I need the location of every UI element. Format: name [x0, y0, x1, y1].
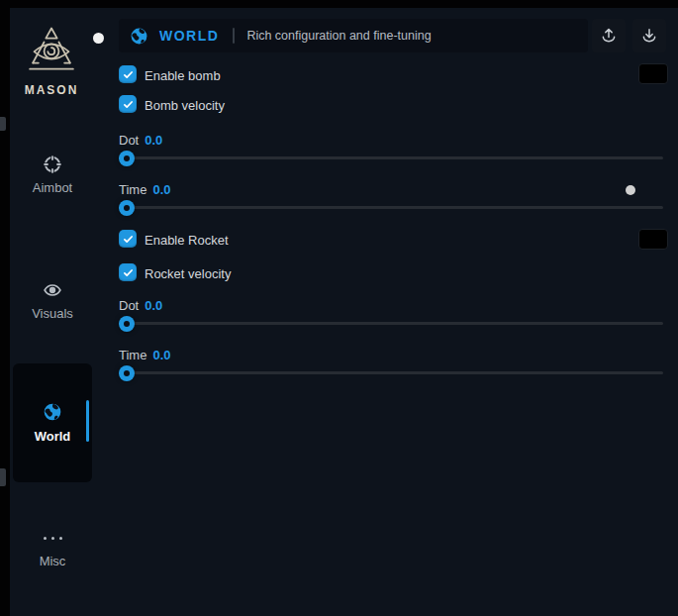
crosshair-icon — [43, 154, 62, 174]
import-config-button[interactable] — [632, 19, 666, 52]
window-frame-top — [0, 0, 678, 8]
brand-name: MASON — [8, 83, 95, 97]
check-icon — [122, 98, 135, 111]
mason-logo-icon — [24, 25, 79, 80]
checkbox-label: Rocket velocity — [145, 266, 231, 281]
checkbox-enable-bomb[interactable] — [119, 65, 137, 83]
slider-handle-time[interactable] — [119, 200, 135, 216]
check-icon — [122, 68, 135, 81]
sidebar-item-visuals[interactable]: Visuals — [12, 280, 93, 321]
slider-value: 0.0 — [152, 348, 170, 362]
slider-value: 0.0 — [152, 182, 170, 197]
slider-track-time[interactable] — [119, 371, 663, 374]
sidebar-item-world[interactable]: World — [13, 363, 92, 482]
edge-notch — [0, 117, 6, 131]
indicator-dot — [626, 185, 635, 195]
slider-label-dot: Dot0.0 — [119, 298, 162, 313]
globe-icon — [43, 402, 62, 422]
sidebar-item-label: Misc — [40, 554, 66, 568]
header-divider — [233, 28, 235, 44]
export-config-button[interactable] — [592, 19, 626, 52]
slider-track-dot[interactable] — [119, 322, 663, 325]
slider-track-dot[interactable] — [119, 156, 663, 159]
slider-label-time: Time0.0 — [119, 182, 170, 197]
download-icon — [640, 27, 658, 45]
cursor-dot — [93, 33, 104, 44]
upload-icon — [600, 27, 618, 45]
slider-handle-dot[interactable] — [119, 316, 135, 332]
ellipsis-icon — [44, 528, 62, 548]
checkbox-label: Bomb velocity — [145, 98, 225, 113]
globe-icon — [130, 27, 148, 46]
eye-icon — [43, 280, 62, 300]
slider-track-time[interactable] — [119, 206, 663, 209]
selected-item-indicator — [86, 400, 89, 442]
checkbox-rocket-velocity[interactable] — [119, 263, 137, 281]
sidebar-item-label: World — [35, 429, 71, 444]
checkbox-bomb-velocity[interactable] — [119, 95, 137, 113]
slider-value: 0.0 — [145, 133, 162, 148]
slider-label-time: Time0.0 — [119, 348, 170, 362]
sidebar-item-label: Visuals — [32, 306, 73, 321]
edge-notch — [0, 468, 6, 486]
rocket-color-swatch[interactable] — [638, 229, 668, 250]
bomb-color-swatch[interactable] — [638, 63, 668, 84]
checkbox-enable-rocket[interactable] — [119, 230, 137, 248]
slider-label-dot: Dot0.0 — [119, 133, 162, 148]
app-window — [10, 8, 678, 616]
checkbox-label: Enable Rocket — [145, 233, 229, 248]
slider-handle-time[interactable] — [119, 365, 135, 381]
check-icon — [122, 233, 135, 246]
check-icon — [122, 266, 135, 279]
sidebar-item-label: Aimbot — [33, 180, 72, 195]
page-title: WORLD — [159, 28, 219, 44]
checkbox-label: Enable bomb — [145, 68, 221, 83]
page-header: WORLD Rich configuration and fine-tuning — [119, 19, 588, 52]
sidebar-item-aimbot[interactable]: Aimbot — [12, 154, 93, 195]
page-subtitle: Rich configuration and fine-tuning — [246, 29, 431, 43]
sidebar-item-misc[interactable]: Misc — [12, 528, 93, 568]
slider-value: 0.0 — [145, 298, 162, 313]
slider-handle-dot[interactable] — [119, 151, 135, 166]
